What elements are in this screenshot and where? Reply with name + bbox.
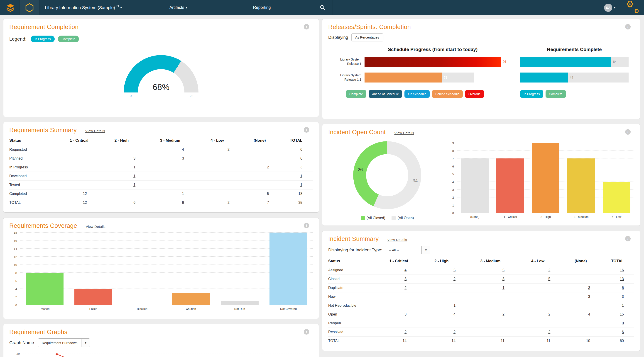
incident-type-select[interactable]: -- All -- bbox=[385, 246, 430, 254]
cell-value-link[interactable]: 1 bbox=[300, 183, 302, 187]
table-cell: 2 bbox=[194, 198, 240, 207]
bar-slot bbox=[264, 233, 313, 305]
displaying-label: Displaying bbox=[328, 35, 348, 40]
cell-value-link[interactable]: 2 bbox=[454, 330, 456, 334]
view-details-link[interactable]: View Details bbox=[394, 131, 414, 135]
graph-name-select[interactable]: Requirement Burndown bbox=[38, 339, 90, 347]
cell-value-link[interactable]: 4 bbox=[588, 312, 590, 316]
cell-value-link[interactable]: 6 bbox=[622, 286, 624, 290]
table-row: Open3422415 bbox=[328, 310, 634, 319]
cell-value-link[interactable]: 1 bbox=[502, 286, 504, 290]
cell-value-link[interactable]: 1 bbox=[134, 165, 136, 169]
release-name: Library SystemRelease 1 bbox=[328, 57, 364, 66]
cell-value-link[interactable]: 18 bbox=[298, 192, 302, 196]
cell-value-link[interactable]: 5 bbox=[548, 277, 550, 281]
cell-value-link[interactable]: 4 bbox=[182, 148, 184, 151]
info-icon[interactable] bbox=[304, 127, 309, 133]
y-axis-tick: 5 bbox=[452, 172, 454, 176]
info-icon[interactable] bbox=[625, 24, 630, 29]
requirement-completion-widget: Requirement Completion Legend: In Progre… bbox=[3, 19, 319, 117]
cell-value-link[interactable]: 1 bbox=[134, 183, 136, 187]
cell-value-link[interactable]: 2 bbox=[404, 286, 406, 290]
cell-value-link[interactable]: 2 bbox=[548, 330, 550, 334]
table-cell bbox=[515, 319, 561, 328]
cell-value-link[interactable]: 2 bbox=[228, 148, 230, 151]
nav-reporting[interactable]: Reporting bbox=[253, 5, 270, 10]
legend-badge-complete: Complete bbox=[546, 90, 566, 98]
view-details-link[interactable]: View Details bbox=[86, 225, 106, 229]
as-percentages-button[interactable]: As Percentages bbox=[352, 33, 383, 41]
info-icon[interactable] bbox=[304, 329, 309, 335]
cell-value-link[interactable]: 1 bbox=[622, 304, 624, 307]
legend-swatch bbox=[392, 216, 396, 220]
cell-value-link[interactable]: 3 bbox=[182, 156, 184, 160]
cell-value-link[interactable]: 12 bbox=[83, 192, 87, 196]
widget-title: Incident Open Count bbox=[328, 129, 386, 136]
chevron-down-icon bbox=[81, 339, 90, 347]
widget-title: Requirements Coverage bbox=[9, 222, 77, 229]
view-details-link[interactable]: View Details bbox=[387, 238, 407, 242]
info-icon[interactable] bbox=[304, 223, 309, 228]
cell-value-link[interactable]: 3 bbox=[502, 277, 504, 281]
app-logo[interactable] bbox=[6, 3, 15, 12]
cell-value-link[interactable]: 6 bbox=[622, 330, 624, 334]
cell-value-link[interactable]: 3 bbox=[404, 312, 406, 316]
cell-value-link[interactable]: 3 bbox=[134, 156, 136, 160]
cell-value-link[interactable]: 2 bbox=[502, 312, 504, 316]
table-cell bbox=[561, 319, 600, 328]
avatar[interactable]: SA bbox=[604, 4, 612, 12]
search-button[interactable] bbox=[313, 0, 333, 15]
table-cell bbox=[380, 301, 417, 310]
cell-value-link[interactable]: 1 bbox=[134, 174, 136, 178]
workspace-hexagon-button[interactable] bbox=[20, 0, 40, 15]
cell-value-link[interactable]: 3 bbox=[588, 286, 590, 290]
row-label: TOTAL bbox=[9, 198, 61, 207]
cell-value-link[interactable]: 6 bbox=[300, 156, 302, 160]
info-icon[interactable] bbox=[625, 236, 630, 241]
cell-value-link[interactable]: 1 bbox=[454, 304, 456, 307]
cell-value-link[interactable]: 16 bbox=[620, 268, 624, 272]
cell-value-link[interactable]: 2 bbox=[404, 330, 406, 334]
cell-value-link[interactable]: 3 bbox=[404, 277, 406, 281]
table-row: Duplicate2136 bbox=[328, 284, 634, 292]
release-row: Library SystemRelease 1.17144 bbox=[328, 72, 634, 82]
table-cell: 18 bbox=[280, 190, 313, 198]
cell-value-link[interactable]: 5 bbox=[502, 268, 504, 272]
cell-value-link[interactable]: 13 bbox=[620, 277, 624, 281]
table-cell: 3 bbox=[280, 163, 313, 172]
cell-value-link[interactable]: 1 bbox=[300, 174, 302, 178]
legend-label: (All Open) bbox=[398, 216, 414, 220]
view-details-link[interactable]: View Details bbox=[85, 129, 105, 133]
project-mini-icon bbox=[116, 5, 119, 7]
nav-artifacts[interactable]: Artifacts bbox=[170, 5, 187, 10]
cell-value-link[interactable]: 1 bbox=[182, 192, 184, 196]
settings-gears-icon[interactable] bbox=[626, 1, 639, 14]
cell-value-link[interactable]: 2 bbox=[548, 312, 550, 316]
table-cell bbox=[194, 190, 240, 198]
cell-value-link[interactable]: 6 bbox=[300, 148, 302, 151]
info-icon[interactable] bbox=[625, 129, 630, 135]
cell-value-link[interactable]: 5 bbox=[454, 268, 456, 272]
column-header: TOTAL bbox=[601, 257, 634, 266]
cell-value-link[interactable]: 2 bbox=[454, 277, 456, 281]
cell-value-link[interactable]: 15 bbox=[620, 312, 624, 316]
cell-value-link[interactable]: 0 bbox=[622, 321, 624, 325]
cell-value-link[interactable]: 4 bbox=[454, 312, 456, 316]
incident-type-filter-label: Displaying for Incident Type: bbox=[328, 248, 382, 253]
cell-value-link[interactable]: 3 bbox=[588, 295, 590, 299]
gauge-min-label: 0 bbox=[130, 94, 132, 98]
cell-value-link[interactable]: 2 bbox=[548, 268, 550, 272]
info-icon[interactable] bbox=[304, 24, 309, 29]
incident-priority-bar-chart: 0123456789 (None)1 - Critical2 - High3 -… bbox=[446, 143, 634, 221]
cell-value-link[interactable]: 5 bbox=[267, 192, 269, 196]
project-selector[interactable]: Library Information System (Sample) bbox=[45, 5, 122, 10]
cell-value-link[interactable]: 3 bbox=[622, 295, 624, 299]
table-cell bbox=[61, 181, 97, 190]
y-axis-tick: 1 bbox=[452, 204, 454, 207]
cell-value-link[interactable]: 4 bbox=[404, 268, 406, 272]
cell-value-link[interactable]: 2 bbox=[267, 165, 269, 169]
table-row: Reopen0 bbox=[328, 319, 634, 328]
table-cell: 1 bbox=[97, 172, 146, 181]
cell-value-link[interactable]: 3 bbox=[300, 165, 302, 169]
table-cell bbox=[194, 163, 240, 172]
